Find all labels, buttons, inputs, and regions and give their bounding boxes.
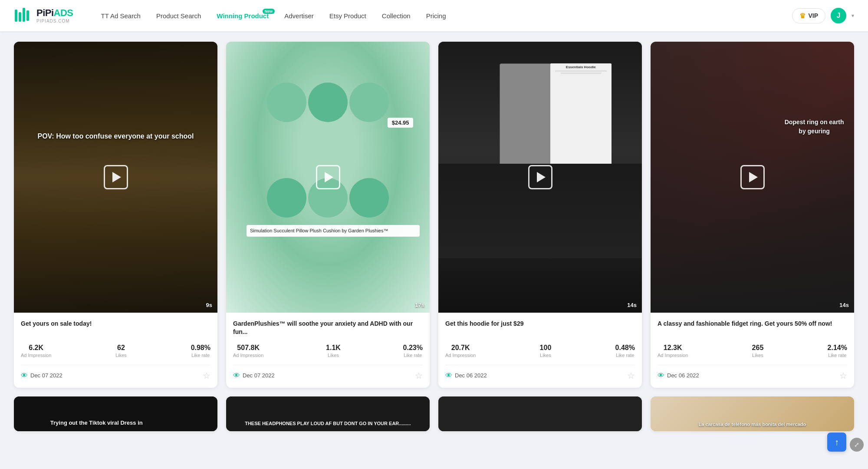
- card-thumbnail-2[interactable]: $24.95 Simulation Succulent Pillow Plush…: [226, 42, 430, 313]
- scroll-to-top-button[interactable]: ↑: [827, 433, 846, 442]
- thumbnail-image-1: POV: How too confuse everyone at your sc…: [14, 42, 217, 313]
- price-tag-2: $24.95: [388, 118, 414, 128]
- card-thumbnail-3[interactable]: Essentials Hoodie 14s: [438, 42, 642, 313]
- favorite-star-3[interactable]: ☆: [627, 370, 635, 381]
- favorite-star-4[interactable]: ☆: [839, 370, 847, 381]
- favorite-star-2[interactable]: ☆: [415, 370, 423, 381]
- play-triangle-icon-2: [325, 172, 333, 182]
- play-button-4[interactable]: [740, 165, 765, 189]
- thumbnail-image-3: Essentials Hoodie: [438, 42, 642, 313]
- nav-item-collection[interactable]: Collection: [375, 9, 418, 23]
- ad-card-6: THESE HEADPHONES PLAY LOUD AF BUT DONT G…: [226, 396, 430, 431]
- likerate-value-2: 0.23%: [403, 344, 423, 352]
- stat-likerate-1: 0.98% Like rate: [191, 344, 210, 358]
- stat-impression-3: 20.7K Ad Impression: [445, 344, 476, 358]
- card-thumbnail-7[interactable]: [438, 396, 642, 431]
- thumb-text-6: THESE HEADPHONES PLAY LOUD AF BUT DONT G…: [230, 420, 425, 426]
- nav-item-tt-ad-search[interactable]: TT Ad Search: [94, 9, 148, 23]
- svg-rect-1: [19, 12, 21, 22]
- stat-likes-1: 62 Likes: [115, 344, 127, 358]
- crown-icon: ♛: [799, 12, 806, 20]
- card-title-2: GardenPlushies™ will soothe your anxiety…: [233, 320, 423, 337]
- card-thumbnail-4[interactable]: Dopest ring on earthby geuring 14s: [651, 42, 854, 313]
- card-stats-3: 20.7K Ad Impression 100 Likes 0.48% Like…: [445, 344, 635, 358]
- avatar[interactable]: J: [831, 8, 846, 23]
- card-thumbnail-6[interactable]: THESE HEADPHONES PLAY LOUD AF BUT DONT G…: [226, 396, 430, 431]
- card-thumbnail-8[interactable]: La carcasa de teléfono más bonita del me…: [651, 396, 854, 431]
- card-date-3: 👁 Dec 06 2022: [445, 372, 487, 380]
- ad-card-4: Dopest ring on earthby geuring 14s A cla…: [651, 42, 854, 388]
- play-triangle-icon-3: [537, 172, 546, 182]
- chevron-down-icon[interactable]: ▾: [852, 13, 854, 19]
- stat-likes-3: 100 Likes: [540, 344, 552, 358]
- likerate-label: Like rate: [191, 353, 210, 358]
- card-grid: POV: How too confuse everyone at your sc…: [14, 42, 854, 431]
- card-thumbnail-5[interactable]: Trying out the Tiktok viral Dress in: [14, 396, 217, 431]
- ad-card-2: $24.95 Simulation Succulent Pillow Plush…: [226, 42, 430, 388]
- header-right: ♛ VIP J ▾: [792, 8, 854, 23]
- card-body-1: Get yours on sale today! 6.2K Ad Impress…: [14, 313, 217, 388]
- ad-card-7: [438, 396, 642, 431]
- likerate-label-4: Like rate: [828, 353, 847, 358]
- play-button-3[interactable]: [528, 165, 552, 189]
- nav-item-winning-product[interactable]: Winning Product New: [210, 9, 276, 23]
- expand-icon: ⤢: [854, 441, 859, 442]
- nav-item-pricing[interactable]: Pricing: [419, 9, 453, 23]
- likes-label-4: Likes: [752, 353, 764, 358]
- stat-likerate-3: 0.48% Like rate: [615, 344, 635, 358]
- logo-text: PiPiADS PIPIADS.COM: [36, 8, 73, 23]
- nav-item-etsy-product[interactable]: Etsy Product: [322, 9, 373, 23]
- ring-overlay-text: Dopest ring on earthby geuring: [785, 118, 844, 136]
- likes-value-4: 265: [752, 344, 764, 352]
- likes-value-3: 100: [540, 344, 552, 352]
- scroll-top-icon: ↑: [835, 437, 839, 442]
- card-footer-2: 👁 Dec 07 2022 ☆: [233, 365, 423, 381]
- card-body-2: GardenPlushies™ will soothe your anxiety…: [226, 313, 430, 388]
- card-title-3: Get this hoodie for just $29: [445, 320, 635, 337]
- logo[interactable]: PiPiADS PIPIADS.COM: [14, 6, 73, 25]
- impression-value-3: 20.7K: [445, 344, 476, 352]
- stat-impression-1: 6.2K Ad Impression: [21, 344, 51, 358]
- impression-label-3: Ad Impression: [445, 353, 476, 358]
- likerate-value-3: 0.48%: [615, 344, 635, 352]
- svg-rect-2: [23, 8, 25, 22]
- svg-rect-3: [26, 10, 29, 21]
- impression-value-2: 507.8K: [233, 344, 263, 352]
- logo-sub: PIPIADS.COM: [36, 19, 73, 23]
- card-footer-1: 👁 Dec 07 2022 ☆: [21, 365, 210, 381]
- card-footer-3: 👁 Dec 06 2022 ☆: [445, 365, 635, 381]
- thumbnail-image-4: Dopest ring on earthby geuring: [651, 42, 854, 313]
- ad-card-3: Essentials Hoodie 14s Get this hoodie fo…: [438, 42, 642, 388]
- vip-button[interactable]: ♛ VIP: [792, 8, 825, 23]
- favorite-star-1[interactable]: ☆: [203, 370, 210, 381]
- ad-card-1: POV: How too confuse everyone at your sc…: [14, 42, 217, 388]
- duration-badge-3: 14s: [627, 302, 637, 308]
- new-badge: New: [263, 9, 275, 14]
- play-button-1[interactable]: [104, 165, 128, 189]
- stat-likes-4: 265 Likes: [752, 344, 764, 358]
- date-text-1: Dec 07 2022: [30, 372, 62, 379]
- impression-label: Ad Impression: [21, 353, 51, 358]
- date-text-3: Dec 06 2022: [455, 372, 487, 379]
- eye-icon-2: 👁: [233, 372, 240, 380]
- play-triangle-icon: [112, 172, 121, 182]
- vip-label: VIP: [808, 12, 818, 19]
- duration-badge-4: 14s: [839, 302, 849, 308]
- eye-icon-1: 👁: [21, 372, 28, 380]
- card-title-4: A classy and fashionable fidget ring. Ge…: [658, 320, 847, 337]
- card-body-4: A classy and fashionable fidget ring. Ge…: [651, 313, 854, 388]
- likerate-label-3: Like rate: [615, 353, 635, 358]
- thumbnail-image-2: $24.95 Simulation Succulent Pillow Plush…: [226, 42, 430, 313]
- thumb-text-5: Trying out the Tiktok viral Dress in: [50, 419, 213, 427]
- play-button-2[interactable]: [316, 165, 340, 189]
- nav-item-advertiser[interactable]: Advertiser: [277, 9, 321, 23]
- nav-item-product-search[interactable]: Product Search: [149, 9, 208, 23]
- stat-likerate-4: 2.14% Like rate: [828, 344, 847, 358]
- duration-badge-1: 9s: [206, 302, 212, 308]
- card-date-2: 👁 Dec 07 2022: [233, 372, 275, 380]
- ad-card-5: Trying out the Tiktok viral Dress in: [14, 396, 217, 431]
- card-thumbnail-1[interactable]: POV: How too confuse everyone at your sc…: [14, 42, 217, 313]
- card-body-3: Get this hoodie for just $29 20.7K Ad Im…: [438, 313, 642, 388]
- card-stats-2: 507.8K Ad Impression 1.1K Likes 0.23% Li…: [233, 344, 423, 358]
- stat-impression-2: 507.8K Ad Impression: [233, 344, 263, 358]
